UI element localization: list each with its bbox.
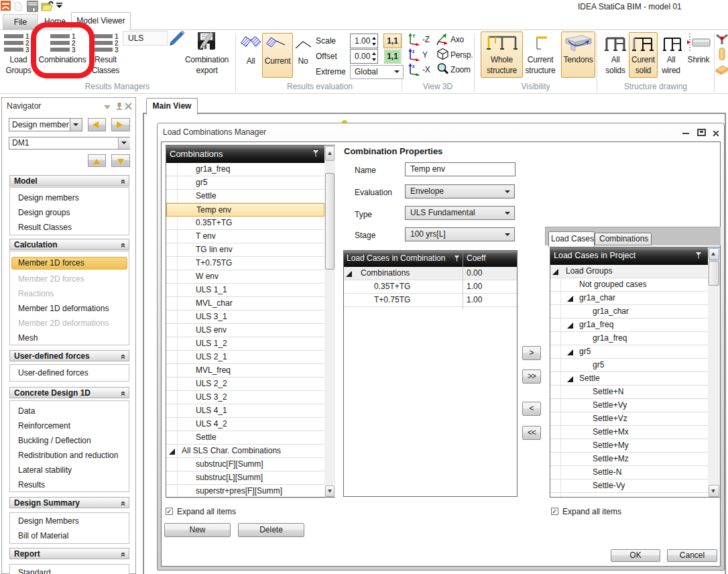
svg-text:3: 3	[115, 46, 119, 53]
svg-text:z: z	[412, 49, 415, 54]
svg-text:3: 3	[25, 46, 29, 53]
svg-text:Y: Y	[412, 34, 416, 38]
svg-text:z: z	[412, 64, 415, 68]
